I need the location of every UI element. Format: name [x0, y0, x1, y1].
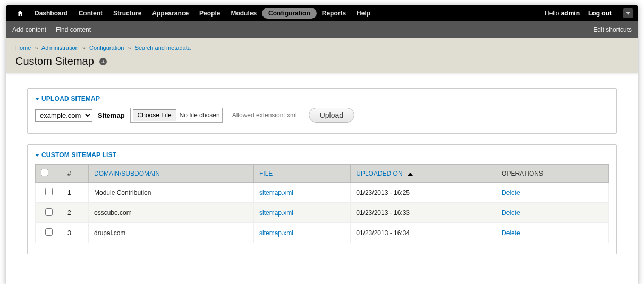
row-delete-link[interactable]: Delete: [502, 189, 520, 196]
row-domain: drupal.com: [89, 223, 254, 243]
username: admin: [561, 10, 580, 17]
file-input-wrap: Choose File No file chosen: [130, 108, 223, 123]
list-legend-text: CUSTOM SITEMAP LIST: [41, 151, 116, 159]
row-num: 1: [62, 183, 89, 203]
col-uploaded[interactable]: UPLOADED ON: [351, 165, 496, 183]
toolbar-toggle-icon[interactable]: [623, 8, 633, 18]
row-file-link[interactable]: sitemap.xml: [259, 209, 293, 217]
table-row: 3 drupal.com sitemap.xml 01/23/2013 - 16…: [36, 223, 609, 243]
breadcrumb-search-metadata[interactable]: Search and metadata: [135, 45, 191, 51]
sitemap-list-fieldset: CUSTOM SITEMAP LIST # DOMAIN/SUBDOMAIN F…: [27, 144, 617, 254]
allowed-extension-text: Allowed extension: xml: [232, 111, 297, 119]
edit-shortcuts-link[interactable]: Edit shortcuts: [593, 26, 632, 33]
row-delete-link[interactable]: Delete: [502, 229, 520, 237]
row-num: 2: [62, 203, 89, 223]
toolbar-item-modules[interactable]: Modules: [225, 6, 262, 20]
select-all-checkbox[interactable]: [41, 169, 48, 176]
breadcrumb-home[interactable]: Home: [15, 45, 31, 51]
col-file-link[interactable]: FILE: [259, 170, 273, 177]
row-num: 3: [62, 223, 89, 243]
upload-button[interactable]: Upload: [309, 108, 354, 123]
col-domain[interactable]: DOMAIN/SUBDOMAIN: [89, 165, 254, 183]
row-delete-link[interactable]: Delete: [502, 209, 520, 217]
toolbar-item-people[interactable]: People: [194, 6, 225, 20]
table-row: 2 osscube.com sitemap.xml 01/23/2013 - 1…: [36, 203, 609, 223]
row-domain: osscube.com: [89, 203, 254, 223]
row-checkbox[interactable]: [45, 208, 53, 216]
breadcrumb-sep: »: [128, 45, 131, 51]
toolbar-item-appearance[interactable]: Appearance: [147, 6, 194, 20]
domain-select[interactable]: example.com: [35, 109, 92, 122]
breadcrumb-sep: »: [35, 45, 38, 51]
row-checkbox[interactable]: [45, 188, 53, 195]
col-domain-link[interactable]: DOMAIN/SUBDOMAIN: [94, 170, 160, 177]
logout-link[interactable]: Log out: [583, 6, 617, 20]
toolbar-item-configuration[interactable]: Configuration: [262, 8, 317, 19]
shortcut-bar: Add content Find content Edit shortcuts: [6, 21, 638, 38]
row-uploaded: 01/23/2013 - 16:33: [351, 203, 496, 223]
admin-toolbar: Dashboard Content Structure Appearance P…: [6, 5, 638, 21]
row-file-link[interactable]: sitemap.xml: [259, 229, 293, 237]
breadcrumb-sep: »: [82, 45, 86, 51]
add-shortcut-icon[interactable]: +: [99, 58, 107, 65]
toolbar-item-reports[interactable]: Reports: [317, 6, 351, 20]
upload-sitemap-legend[interactable]: UPLOAD SITEMAP: [35, 95, 609, 102]
sort-asc-icon: [408, 173, 413, 176]
home-icon[interactable]: [11, 6, 29, 20]
col-file[interactable]: FILE: [253, 165, 350, 183]
col-operations: OPERATIONS: [496, 165, 609, 183]
file-status-text: No file chosen: [180, 111, 220, 119]
choose-file-button[interactable]: Choose File: [133, 109, 176, 121]
row-file-link[interactable]: sitemap.xml: [259, 189, 293, 196]
table-row: 1 Module Contribution sitemap.xml 01/23/…: [36, 183, 609, 203]
breadcrumb: Home » Administration » Configuration » …: [15, 45, 629, 51]
row-domain: Module Contribution: [89, 183, 254, 203]
page-title: Custom Sitemap: [15, 55, 94, 67]
page-content: UPLOAD SITEMAP example.com Sitemap Choos…: [6, 73, 638, 284]
upload-legend-text: UPLOAD SITEMAP: [41, 95, 100, 102]
page-header: Home » Administration » Configuration » …: [6, 38, 638, 73]
shortcut-add-content[interactable]: Add content: [12, 26, 46, 33]
hello-prefix: Hello: [545, 10, 561, 17]
toolbar-item-structure[interactable]: Structure: [108, 6, 147, 20]
sitemap-list-legend[interactable]: CUSTOM SITEMAP LIST: [35, 151, 609, 159]
toolbar-item-help[interactable]: Help: [351, 6, 376, 20]
toolbar-item-dashboard[interactable]: Dashboard: [29, 6, 73, 20]
row-uploaded: 01/23/2013 - 16:34: [351, 223, 496, 243]
caret-down-icon: [35, 98, 39, 100]
shortcut-find-content[interactable]: Find content: [56, 26, 91, 33]
row-checkbox[interactable]: [45, 228, 53, 236]
caret-down-icon: [35, 154, 39, 157]
user-greeting: Hello admin: [545, 10, 580, 17]
col-num: #: [62, 165, 89, 183]
toolbar-item-content[interactable]: Content: [73, 6, 108, 20]
breadcrumb-configuration[interactable]: Configuration: [89, 45, 124, 51]
col-uploaded-link[interactable]: UPLOADED ON: [356, 170, 402, 177]
sitemap-table: # DOMAIN/SUBDOMAIN FILE UPLOADED ON OPER…: [35, 164, 609, 243]
row-uploaded: 01/23/2013 - 16:25: [351, 183, 496, 203]
sitemap-label: Sitemap: [98, 111, 125, 119]
breadcrumb-administration[interactable]: Administration: [41, 45, 79, 51]
upload-sitemap-fieldset: UPLOAD SITEMAP example.com Sitemap Choos…: [27, 88, 617, 134]
col-select-all: [36, 165, 62, 183]
